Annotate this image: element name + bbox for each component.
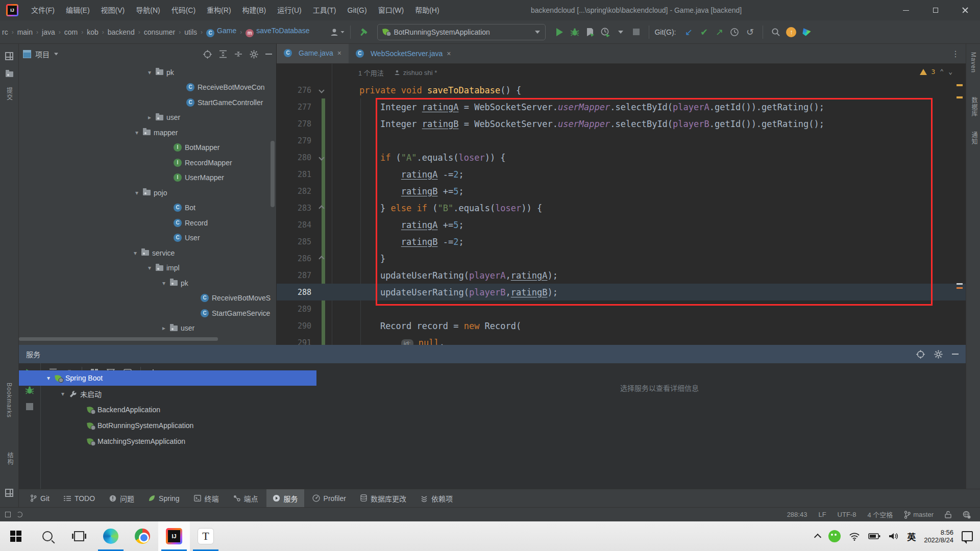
chevron-down-icon[interactable]: ▾ [134, 129, 140, 136]
service-row-Spring Boot[interactable]: ▾Spring Boot [19, 370, 316, 386]
chevron-down-icon[interactable]: ▾ [45, 374, 52, 382]
chevron-down-icon[interactable]: ▾ [60, 390, 66, 397]
service-row-BotRunningSystemApplication[interactable]: BotRunningSystemApplication [19, 418, 966, 433]
chevron-down-icon[interactable]: ▾ [161, 280, 167, 287]
folder-tool-icon[interactable] [6, 71, 13, 77]
battery-icon[interactable] [868, 533, 880, 540]
taskbar-intellij-button[interactable] [158, 521, 190, 551]
breadcrumb-item[interactable]: backend [108, 28, 135, 36]
chevron-down-icon[interactable]: ▾ [146, 264, 153, 271]
ide-update-button[interactable]: ↑ [783, 24, 799, 40]
gear-icon[interactable] [934, 350, 943, 359]
author-hint[interactable]: zishuo shi * [403, 69, 437, 77]
fold-start-icon[interactable] [318, 155, 324, 160]
build-project-button[interactable] [356, 24, 371, 40]
taskbar-edge-button[interactable] [95, 521, 127, 551]
collapse-all-icon[interactable] [234, 50, 242, 58]
gear-icon[interactable] [250, 50, 258, 59]
tool-tab-Git[interactable]: Git [24, 489, 56, 507]
menu-item[interactable]: 文件(F) [26, 0, 60, 20]
more-tabs-icon[interactable]: ⋮ [951, 49, 966, 59]
file-encoding[interactable]: UTF-8 [838, 511, 856, 518]
chevron-down-icon[interactable]: ▾ [134, 189, 140, 196]
fold-column[interactable] [311, 88, 332, 92]
background-task-icon[interactable] [17, 512, 22, 517]
close-button[interactable] [950, 0, 980, 20]
tool-tab-端点[interactable]: 端点 [227, 489, 264, 507]
project-tool-icon[interactable] [5, 52, 13, 60]
wechat-icon[interactable] [828, 530, 841, 542]
taskbar-clock[interactable]: 8:56 2022/8/24 [924, 529, 953, 544]
menu-item[interactable]: 工具(T) [307, 0, 342, 20]
sidebar-item-notifications[interactable]: 通知 [970, 132, 978, 145]
warning-stripe-mark[interactable] [957, 96, 963, 98]
menu-item[interactable]: 窗口(W) [373, 0, 410, 20]
hidden-icons-chevron[interactable] [814, 534, 821, 541]
highlight-level-icon[interactable] [963, 511, 971, 519]
code-line-290[interactable]: 290 Record record = new Record( [277, 317, 966, 334]
taskbar-typora-button[interactable]: T [190, 521, 222, 551]
tool-tab-TODO[interactable]: TODO [58, 489, 101, 507]
taskbar-search-button[interactable] [32, 521, 63, 551]
tool-tab-服务[interactable]: 服务 [266, 489, 304, 507]
git-commit-button[interactable]: ✔ [696, 24, 712, 40]
tree-row-pojo[interactable]: ▾pojo [19, 185, 276, 200]
breadcrumb-item[interactable]: CGame [206, 27, 236, 37]
search-everywhere-button[interactable] [768, 24, 783, 40]
menu-item[interactable]: Git(G) [342, 0, 373, 20]
tree-row-StartGameController[interactable]: CStartGameController [19, 95, 276, 110]
project-vertical-scrollbar[interactable] [271, 141, 275, 207]
locate-icon[interactable] [916, 350, 925, 359]
breadcrumb-item[interactable]: utils [184, 28, 197, 36]
menu-item[interactable]: 重构(R) [201, 0, 236, 20]
code-with-me-button[interactable] [799, 24, 814, 40]
chevron-down-icon[interactable]: ▾ [146, 69, 153, 76]
sidebar-item-structure[interactable]: 结构 [6, 452, 14, 465]
breadcrumb-item[interactable]: consumer [144, 28, 175, 36]
close-tab-icon[interactable]: × [447, 49, 451, 58]
breadcrumb-item[interactable]: main [17, 28, 33, 36]
breadcrumb-item[interactable]: java [42, 28, 55, 36]
run-button[interactable] [552, 24, 567, 40]
chevron-down-icon[interactable]: ▾ [132, 249, 138, 257]
stop-button[interactable] [628, 24, 644, 40]
code-line-291[interactable]: 291 id: null, [277, 334, 966, 345]
sidebar-item-commit[interactable]: 提交 [5, 87, 14, 101]
git-push-button[interactable]: ↗ [712, 24, 727, 40]
debug-button[interactable] [567, 24, 582, 40]
fold-column[interactable] [311, 257, 332, 261]
chevron-down-icon[interactable] [54, 53, 58, 56]
run-configuration-select[interactable]: BotRunningSystemApplication [377, 24, 546, 40]
tree-row-BotMapper[interactable]: IBotMapper [19, 140, 276, 155]
fold-end-icon[interactable] [318, 256, 324, 261]
taskbar-chrome-button[interactable] [127, 521, 158, 551]
git-branch-widget[interactable]: master [904, 511, 934, 519]
git-update-button[interactable]: ↙ [681, 24, 696, 40]
line-separator[interactable]: LF [818, 511, 826, 518]
more-run-options-button[interactable] [613, 24, 628, 40]
indent-setting[interactable]: 4 个空格 [867, 510, 893, 519]
maximize-button[interactable] [921, 0, 950, 20]
profiler-button[interactable] [582, 24, 598, 40]
code-line-276[interactable]: 276 private void saveToDatabase() { [277, 82, 966, 98]
tree-row-RecordMapper[interactable]: IRecordMapper [19, 155, 276, 170]
prev-warning-icon[interactable]: ⌃ [940, 68, 944, 76]
chevron-right-icon[interactable]: ▸ [146, 114, 153, 121]
tool-tab-数据库更改[interactable]: 数据库更改 [354, 489, 412, 507]
action-center-icon[interactable] [962, 531, 973, 541]
tree-row-UserMapper[interactable]: IUserMapper [19, 170, 276, 185]
caret-stripe-mark[interactable] [957, 287, 963, 289]
caret-position[interactable]: 288:43 [787, 511, 807, 518]
user-account-button[interactable] [330, 24, 345, 40]
menu-item[interactable]: 运行(U) [272, 0, 307, 20]
caret-stripe-mark[interactable] [957, 283, 963, 285]
code-editor[interactable]: 1 个用法 zishuo shi * 276 private void save… [277, 64, 966, 345]
tree-row-User[interactable]: CUser [19, 231, 276, 245]
breadcrumb-item[interactable]: kob [87, 28, 99, 36]
task-view-button[interactable] [63, 521, 95, 551]
tool-tab-问题[interactable]: 问题 [103, 489, 140, 507]
window-layout-icon[interactable] [5, 512, 11, 517]
fold-column[interactable] [311, 206, 332, 210]
menu-item[interactable]: 视图(V) [95, 0, 131, 20]
tool-tab-Spring[interactable]: Spring [142, 489, 185, 507]
